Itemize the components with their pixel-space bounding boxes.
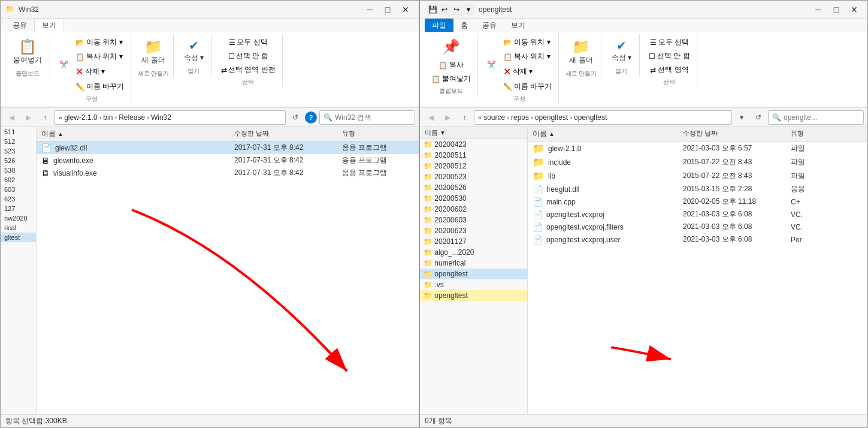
left-col-date[interactable]: 수정한 날짜: [234, 129, 342, 139]
right-file-row-7[interactable]: 📄 opengltest.vcxproj.user 2021-03-03 오후 …: [528, 233, 867, 246]
left-properties-button[interactable]: ✔ 속성 ▾: [180, 35, 208, 66]
right-folder-numerical[interactable]: 📁 numerical: [420, 258, 527, 269]
right-undo-button[interactable]: ↩: [439, 4, 450, 15]
right-cut-button[interactable]: ✂️: [484, 59, 499, 71]
right-forward-button[interactable]: ▶: [440, 110, 455, 125]
left-delete-button[interactable]: ✕ 삭제 ▾: [72, 64, 127, 79]
left-search-input[interactable]: [335, 113, 425, 122]
left-back-button[interactable]: ◀: [4, 110, 19, 125]
nav-item-127[interactable]: 127: [1, 204, 36, 213]
right-tab-share[interactable]: 공유: [475, 19, 504, 32]
right-new-folder-button[interactable]: 📁 새 폴더: [565, 35, 597, 68]
right-move-button[interactable]: 📂 이동 위치 ▾: [500, 35, 555, 49]
right-folder-20200511[interactable]: 📁 20200511: [420, 150, 527, 161]
left-new-folder-button[interactable]: 📁 새 폴더: [137, 35, 169, 68]
right-folder-20201127[interactable]: 📁 20201127: [420, 236, 527, 247]
right-file-row-0[interactable]: 📁 glew-2.1.0 2021-03-03 오후 6:57 파일: [528, 141, 867, 155]
right-search-box[interactable]: 🔍: [768, 110, 864, 125]
right-col-type[interactable]: 유형: [791, 129, 863, 139]
left-col-type[interactable]: 유형: [342, 129, 414, 139]
right-properties-button[interactable]: ✔ 속성 ▾: [607, 35, 636, 66]
right-tab-view[interactable]: 보기: [504, 19, 533, 32]
left-address-path[interactable]: « glew-2.1.0 › bin › Release › Win32: [55, 110, 286, 125]
right-file-row-3[interactable]: 📄 freeglut.dll 2015-03-15 오후 2:28 응용: [528, 183, 867, 195]
right-folder-vs[interactable]: 📁 .vs: [420, 279, 527, 290]
right-folder-opengltest2[interactable]: 📁 opengltest: [420, 290, 527, 301]
left-tab-view[interactable]: 보기: [34, 19, 64, 32]
right-folder-opengltest[interactable]: 📁 opengltest: [420, 269, 527, 279]
nav-item-530[interactable]: 530: [1, 165, 36, 175]
right-folder-20200423[interactable]: 📁 20200423: [420, 139, 527, 150]
right-rename-button[interactable]: ✏️ 이름 바꾸기: [500, 80, 555, 94]
right-back-button[interactable]: ◀: [424, 110, 438, 125]
right-folder-20200603[interactable]: 📁 20200603: [420, 215, 527, 225]
right-invert-button[interactable]: ⇄ 선택 영역: [647, 63, 691, 77]
left-forward-button[interactable]: ▶: [21, 110, 35, 125]
right-up-button[interactable]: ↑: [457, 110, 471, 125]
left-rename-button[interactable]: ✏️ 이름 바꾸기: [72, 80, 127, 94]
right-tab-file[interactable]: 파일: [425, 19, 453, 32]
right-folder-20200623[interactable]: 📁 20200623: [420, 225, 527, 236]
right-save-button[interactable]: 💾: [427, 4, 438, 15]
nav-item-602[interactable]: 602: [1, 175, 36, 185]
left-select-all-button[interactable]: ☰ 모두 선택: [226, 35, 270, 49]
left-copy-button[interactable]: 📋 복사 위치 ▾: [72, 50, 127, 64]
right-col-name[interactable]: 이름 ▲: [533, 129, 683, 139]
right-folder-col-name[interactable]: 이름 ▼: [425, 128, 522, 137]
nav-item-623[interactable]: 623: [1, 194, 36, 204]
left-minimize-button[interactable]: ─: [361, 4, 378, 16]
right-file-row-1[interactable]: 📁 include 2015-07-22 오전 8:43 파일: [528, 155, 867, 169]
right-redo-button[interactable]: ↪: [451, 4, 462, 15]
right-file-row-4[interactable]: 📄 main.cpp 2020-02-05 오후 11:18 C+: [528, 195, 867, 208]
left-select-none-button[interactable]: ☐ 선택 안 함: [225, 49, 272, 63]
right-search-input[interactable]: [784, 113, 868, 122]
right-close-button[interactable]: ✕: [846, 4, 863, 16]
right-qat-more[interactable]: ▾: [463, 4, 474, 15]
left-tab-share[interactable]: 공유: [5, 19, 34, 32]
nav-item-526[interactable]: 526: [1, 156, 36, 165]
left-cut-button[interactable]: ✂️: [56, 59, 71, 71]
left-help-button[interactable]: ?: [305, 111, 317, 123]
right-folder-20200526[interactable]: 📁 20200526: [420, 182, 527, 193]
right-address-dropdown[interactable]: ▾: [734, 110, 749, 125]
right-copy-button[interactable]: 📋 복사: [435, 58, 467, 72]
nav-item-512[interactable]: 512: [1, 137, 36, 146]
right-folder-20200530[interactable]: 📁 20200530: [420, 193, 527, 204]
nav-item-523[interactable]: 523: [1, 146, 36, 156]
left-file-row-1[interactable]: 🖥 glewinfo.exe 2017-07-31 오후 8:42 응용 프로그…: [37, 154, 419, 167]
left-file-row-2[interactable]: 🖥 visualinfo.exe 2017-07-31 오후 8:42 응용 프…: [37, 167, 419, 179]
right-copy2-button[interactable]: 📋 복사 위치 ▾: [500, 50, 555, 64]
right-folder-algo[interactable]: 📁 algo_...2020: [420, 247, 527, 258]
right-maximize-button[interactable]: □: [828, 4, 845, 16]
nav-item-rical[interactable]: rical: [1, 223, 36, 233]
right-address-path[interactable]: « source › repos › opengltest › openglte…: [474, 110, 732, 125]
right-file-row-2[interactable]: 📁 lib 2015-07-22 오전 8:43 파일: [528, 169, 867, 183]
right-folder-20200602[interactable]: 📁 20200602: [420, 204, 527, 215]
left-up-button[interactable]: ↑: [38, 110, 52, 125]
right-delete-button[interactable]: ✕ 삭제 ▾: [500, 64, 555, 79]
nav-item-511[interactable]: 511: [1, 127, 36, 137]
left-col-name[interactable]: 이름 ▲: [41, 129, 234, 139]
right-folder-20200523[interactable]: 📁 20200523: [420, 171, 527, 182]
left-file-row-0[interactable]: 📄 glew32.dll 2017-07-31 오후 8:42 응용 프로그램: [37, 141, 419, 154]
right-select-all-button[interactable]: ☰ 모두 선택: [647, 35, 692, 49]
right-file-row-6[interactable]: 📄 opengltest.vcxproj.filters 2021-03-03 …: [528, 221, 867, 233]
left-invert-button[interactable]: ⇄ 선택 영역 반전: [218, 63, 279, 77]
right-tab-home[interactable]: 홈: [453, 19, 475, 32]
nav-item-gltest[interactable]: gltest: [1, 233, 36, 242]
left-move-button[interactable]: 📂 이동 위치 ▾: [72, 35, 127, 49]
right-refresh-button[interactable]: ↺: [751, 110, 766, 125]
right-col-date[interactable]: 수정한 날짜: [683, 129, 791, 139]
right-file-row-5[interactable]: 📄 opengltest.vcxproj 2021-03-03 오후 6:08 …: [528, 208, 867, 221]
left-search-box[interactable]: 🔍: [319, 110, 415, 125]
nav-item-603[interactable]: 603: [1, 185, 36, 194]
right-folder-20200512[interactable]: 📁 20200512: [420, 161, 527, 171]
left-refresh-button[interactable]: ↺: [288, 110, 303, 125]
left-maximize-button[interactable]: □: [379, 4, 396, 16]
right-minimize-button[interactable]: ─: [810, 4, 827, 16]
nav-item-nw2020[interactable]: nw2020: [1, 213, 36, 223]
right-paste2-button[interactable]: 📋 붙여넣기: [428, 72, 474, 86]
left-paste-button[interactable]: 📋 붙여넣기: [9, 35, 46, 68]
left-close-button[interactable]: ✕: [397, 4, 414, 16]
right-paste-button[interactable]: 📌: [438, 35, 464, 58]
